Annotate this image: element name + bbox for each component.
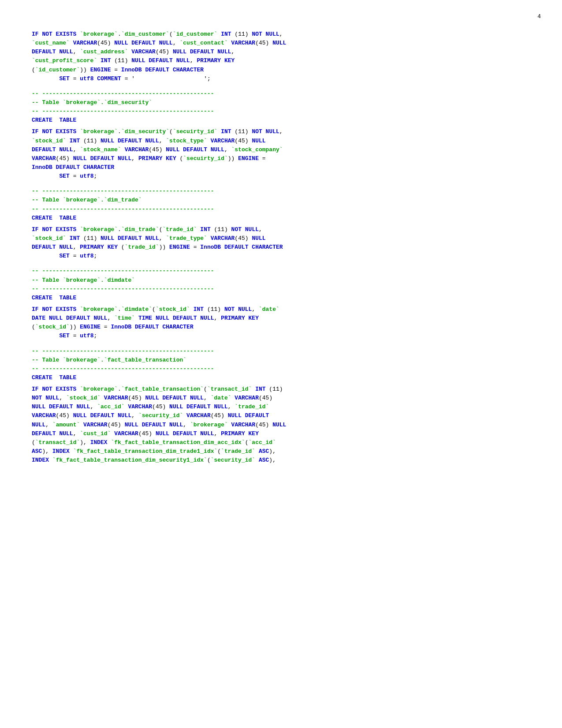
- code-line: `cust_name` VARCHAR(45) NULL DEFAULT NUL…: [32, 39, 530, 48]
- code-line: -- -------------------------------------…: [32, 285, 530, 294]
- code-line: `stock_id` INT (11) NULL DEFAULT NULL, `…: [32, 234, 530, 243]
- code-line: CREATE TABLE: [32, 373, 530, 382]
- code-block: IF NOT EXISTS `brokerage`.`dim_customer`…: [32, 30, 530, 465]
- code-line: DEFAULT NULL, PRIMARY KEY (`trade_id`)) …: [32, 243, 530, 252]
- code-line: IF NOT EXISTS `brokerage`.`dimdate`(`sto…: [32, 305, 530, 314]
- code-line: -- Table `brokerage`.`dimdate`: [32, 276, 530, 285]
- code-line: IF NOT EXISTS `brokerage`.`dim_security`…: [32, 127, 530, 136]
- code-line: IF NOT EXISTS `brokerage`.`fact_table_tr…: [32, 385, 530, 394]
- code-line: (`transact_id`), INDEX `fk_fact_table_tr…: [32, 438, 530, 447]
- code-line: -- -------------------------------------…: [32, 267, 530, 276]
- code-line: INDEX `fk_fact_table_transaction_dim_sec…: [32, 456, 530, 465]
- code-line: InnoDB DEFAULT CHARACTER: [32, 163, 530, 172]
- code-line: NOT NULL, `stock_id` VARCHAR(45) NULL DE…: [32, 394, 530, 403]
- code-line: (`id_customer`)) ENGINE = InnoDB DEFAULT…: [32, 66, 530, 75]
- code-line: NULL DEFAULT NULL, `acc_id` VARCHAR(45) …: [32, 403, 530, 411]
- code-line: VARCHAR(45) NULL DEFAULT NULL, PRIMARY K…: [32, 154, 530, 163]
- code-line: SET = utf8 COMMENT = ' ';: [32, 75, 530, 83]
- code-line: DATE NULL DEFAULT NULL, `time` TIME NULL…: [32, 314, 530, 323]
- code-line: DEFAULT NULL, `stock_name` VARCHAR(45) N…: [32, 146, 530, 154]
- code-line: `cust_profit_score` INT (11) NULL DEFAUL…: [32, 56, 530, 65]
- code-line: -- Table `brokerage`.`fact_table_transac…: [32, 356, 530, 365]
- code-line: SET = utf8;: [32, 252, 530, 261]
- code-line: VARCHAR(45) NULL DEFAULT NULL, `security…: [32, 411, 530, 420]
- code-line: -- -------------------------------------…: [32, 187, 530, 196]
- code-line: (`stock_id`)) ENGINE = InnoDB DEFAULT CH…: [32, 323, 530, 332]
- code-line: -- Table `brokerage`.`dim_trade`: [32, 196, 530, 205]
- code-line: -- -------------------------------------…: [32, 107, 530, 116]
- code-line: SET = utf8;: [32, 172, 530, 181]
- code-line: NULL, `amount` VARCHAR(45) NULL DEFAULT …: [32, 421, 530, 429]
- code-line: -- -------------------------------------…: [32, 90, 530, 98]
- code-line: CREATE TABLE: [32, 116, 530, 125]
- code-line: -- -------------------------------------…: [32, 347, 530, 356]
- code-line: CREATE TABLE: [32, 214, 530, 223]
- code-line: SET = utf8;: [32, 332, 530, 340]
- code-line: IF NOT EXISTS `brokerage`.`dim_trade`(`t…: [32, 225, 530, 234]
- code-line: IF NOT EXISTS `brokerage`.`dim_customer`…: [32, 30, 530, 39]
- code-line: CREATE TABLE: [32, 294, 530, 302]
- code-line: `stock_id` INT (11) NULL DEFAULT NULL, `…: [32, 137, 530, 146]
- code-line: -- -------------------------------------…: [32, 365, 530, 373]
- code-line: -- -------------------------------------…: [32, 205, 530, 214]
- code-line: ASC), INDEX `fk_fact_table_transaction_d…: [32, 447, 530, 456]
- page-number: 4: [537, 12, 541, 21]
- code-line: DEFAULT NULL, `cust_address` VARCHAR(45)…: [32, 48, 530, 56]
- code-line: DEFAULT NULL, `cust_id` VARCHAR(45) NULL…: [32, 429, 530, 438]
- code-line: -- Table `brokerage`.`dim_security`: [32, 98, 530, 107]
